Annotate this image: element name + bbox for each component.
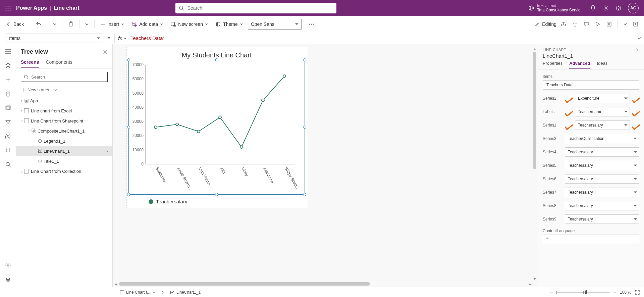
more-commands-button[interactable] bbox=[308, 22, 316, 26]
more-icon[interactable]: ⋯ bbox=[105, 149, 110, 154]
control-name[interactable]: LineChart1_1 bbox=[538, 53, 644, 61]
scroll-down-icon[interactable]: ▾ bbox=[532, 276, 537, 281]
items-property-input[interactable]: 'Teachers Data' bbox=[543, 80, 639, 90]
data-pane-icon[interactable] bbox=[4, 90, 12, 98]
resize-handle[interactable] bbox=[303, 193, 306, 196]
breadcrumb-control[interactable]: LineChart1_1 bbox=[167, 289, 203, 296]
publish-button[interactable] bbox=[631, 20, 640, 29]
add-data-button[interactable]: Add data bbox=[129, 20, 165, 29]
resize-handle[interactable] bbox=[215, 193, 218, 196]
canvas-vertical-scrollbar[interactable]: ▴ ▾ bbox=[532, 46, 537, 281]
tree-node-screen3[interactable]: › Line Chart from Collection bbox=[16, 166, 112, 176]
media-pane-icon[interactable] bbox=[4, 104, 12, 112]
checkbox-icon[interactable] bbox=[24, 118, 29, 123]
search-pane-icon[interactable] bbox=[4, 160, 12, 168]
property-selector[interactable]: Items bbox=[6, 34, 103, 43]
series-selector[interactable]: Teachersalary bbox=[575, 120, 630, 130]
save-button[interactable] bbox=[605, 20, 613, 29]
tree-node-legend[interactable]: Legend1_1 bbox=[16, 136, 112, 146]
app-checker-button[interactable] bbox=[571, 20, 579, 29]
insert-button[interactable]: Insert bbox=[99, 20, 126, 28]
hamburger-icon[interactable] bbox=[4, 48, 12, 56]
zoom-thumb[interactable] bbox=[585, 290, 587, 294]
tree-node-title[interactable]: Title1_1 bbox=[16, 156, 112, 166]
composite-chart-group[interactable]: My Students Line Chart 01000020000300004… bbox=[126, 47, 307, 208]
paste-button[interactable] bbox=[66, 20, 75, 29]
insert-pane-icon[interactable] bbox=[4, 76, 12, 84]
power-automate-icon[interactable] bbox=[4, 118, 12, 126]
canvas-horizontal-scrollbar[interactable]: ◂ ▸ bbox=[113, 282, 532, 286]
canvas[interactable]: My Students Line Chart 01000020000300004… bbox=[113, 44, 538, 287]
save-menu-button[interactable] bbox=[622, 21, 629, 28]
content-language-input[interactable]: "" bbox=[543, 235, 639, 244]
variables-icon[interactable]: (x) bbox=[4, 132, 12, 140]
tree-node-screen1[interactable]: › Line chart from Excel bbox=[16, 106, 112, 116]
checkbox-icon[interactable] bbox=[24, 169, 29, 174]
undo-menu-button[interactable] bbox=[51, 21, 58, 28]
series-selector[interactable]: Teachersalary bbox=[565, 174, 639, 184]
help-icon[interactable] bbox=[615, 5, 622, 11]
global-search-input[interactable] bbox=[187, 5, 333, 11]
line-chart-selection[interactable]: 010000200003000040000500006000070000Sush… bbox=[128, 60, 305, 195]
settings-rail-icon[interactable] bbox=[4, 261, 12, 269]
series-selector[interactable]: Teachersalary bbox=[565, 147, 639, 157]
scrollbar-thumb[interactable] bbox=[533, 52, 536, 169]
zoom-out-button[interactable]: − bbox=[550, 289, 553, 295]
tab-ideas[interactable]: Ideas bbox=[597, 61, 607, 69]
formula-input[interactable]: 'Teachers Data' bbox=[127, 35, 635, 41]
chevron-down-icon[interactable]: › bbox=[27, 129, 32, 133]
tab-properties[interactable]: Properties bbox=[543, 61, 562, 69]
user-avatar[interactable]: AG bbox=[628, 3, 639, 13]
chevron-right-icon[interactable]: › bbox=[19, 169, 24, 174]
fit-to-window-icon[interactable] bbox=[635, 290, 640, 295]
preview-button[interactable] bbox=[593, 20, 602, 29]
tree-node-screen2[interactable]: › Line Chart from Sharepoint bbox=[16, 116, 112, 126]
back-button[interactable]: Back bbox=[4, 20, 26, 28]
editing-mode-button[interactable]: Editing bbox=[535, 21, 556, 27]
checkbox-icon[interactable] bbox=[24, 108, 29, 113]
zoom-value[interactable]: 100 % bbox=[620, 290, 631, 295]
series-selector[interactable]: Teachersalary bbox=[565, 201, 639, 210]
series-selector[interactable]: Teachersalary bbox=[565, 214, 639, 224]
comments-button[interactable] bbox=[582, 20, 591, 29]
scrollbar-thumb[interactable] bbox=[119, 282, 370, 286]
series-selector[interactable]: Expenditure bbox=[575, 94, 630, 103]
tree-node-linechart[interactable]: LineChart1_1 ⋯ bbox=[16, 146, 112, 156]
resize-handle[interactable] bbox=[127, 193, 130, 196]
tree-node-app[interactable]: › App bbox=[16, 96, 112, 106]
series-selector[interactable]: TeacherQualification bbox=[565, 134, 639, 143]
font-selector[interactable]: Open Sans bbox=[248, 19, 302, 30]
global-search[interactable] bbox=[175, 3, 336, 13]
breadcrumb-screen[interactable]: Line Chart f... bbox=[117, 289, 158, 296]
advanced-tools-icon[interactable] bbox=[4, 146, 12, 154]
resize-handle[interactable] bbox=[127, 126, 130, 129]
chevron-down-icon[interactable]: › bbox=[19, 118, 24, 123]
scroll-up-icon[interactable]: ▴ bbox=[532, 46, 537, 51]
app-name[interactable]: Power Apps bbox=[16, 5, 47, 11]
resize-handle[interactable] bbox=[215, 58, 218, 61]
tree-search-input[interactable] bbox=[31, 74, 105, 80]
notifications-icon[interactable] bbox=[590, 5, 596, 11]
zoom-slider[interactable] bbox=[556, 292, 610, 293]
settings-icon[interactable] bbox=[602, 5, 609, 11]
tab-screens[interactable]: Screens bbox=[21, 59, 39, 68]
close-icon[interactable] bbox=[103, 50, 108, 54]
tree-search[interactable] bbox=[21, 72, 108, 82]
series-selector[interactable]: Teachersalary bbox=[565, 161, 639, 170]
tab-components[interactable]: Components bbox=[46, 59, 72, 68]
fx-icon[interactable]: fx bbox=[118, 35, 127, 41]
tree-new-screen-button[interactable]: New screen bbox=[16, 85, 112, 94]
series-selector[interactable]: Teachername bbox=[575, 107, 630, 116]
resize-handle[interactable] bbox=[127, 58, 130, 61]
chevron-right-icon[interactable]: › bbox=[19, 108, 24, 113]
series-selector[interactable]: Teachersalary bbox=[565, 188, 639, 197]
environment-picker[interactable]: Environment Tata Consultancy Servic... bbox=[528, 4, 584, 12]
share-button[interactable] bbox=[559, 20, 568, 29]
tree-node-composite[interactable]: › CompositeLineChart1_1 bbox=[16, 126, 112, 136]
waffle-icon[interactable] bbox=[3, 3, 13, 13]
expand-panel-icon[interactable] bbox=[635, 48, 639, 52]
chart-legend[interactable]: Teachersalary bbox=[128, 195, 305, 206]
resize-handle[interactable] bbox=[303, 126, 306, 129]
scroll-right-icon[interactable]: ▸ bbox=[528, 282, 532, 286]
virtual-agent-icon[interactable] bbox=[4, 276, 12, 284]
